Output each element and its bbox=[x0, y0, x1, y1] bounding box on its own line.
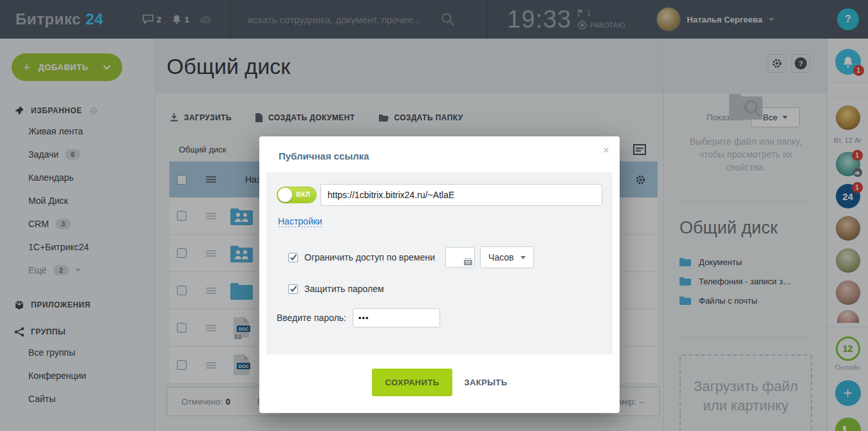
password-label: Введите пароль: bbox=[277, 313, 346, 323]
chevron-down-icon bbox=[521, 256, 526, 259]
public-link-modal: Публичная ссылка × ВКЛ Настройки Огранич… bbox=[259, 136, 620, 413]
modal-title: Публичная ссылка bbox=[279, 151, 369, 161]
public-link-url-input[interactable] bbox=[320, 184, 602, 206]
limit-time-label: Ограничить доступ по времени bbox=[304, 252, 435, 262]
close-button[interactable]: ЗАКРЫТЬ bbox=[464, 378, 507, 387]
check-icon bbox=[290, 285, 297, 293]
time-unit-select[interactable]: Часов bbox=[480, 246, 534, 268]
close-icon[interactable]: × bbox=[603, 144, 609, 157]
link-enabled-toggle[interactable]: ВКЛ bbox=[277, 187, 317, 203]
limit-time-checkbox[interactable] bbox=[288, 253, 298, 262]
save-button[interactable]: СОХРАНИТЬ bbox=[372, 369, 453, 396]
time-value-input[interactable] bbox=[445, 247, 475, 268]
toggle-knob bbox=[278, 188, 292, 202]
protect-password-checkbox[interactable] bbox=[288, 284, 298, 294]
check-icon bbox=[290, 253, 297, 261]
password-input[interactable] bbox=[353, 308, 440, 327]
time-unit-value: Часов bbox=[488, 252, 514, 262]
toggle-label: ВКЛ bbox=[296, 191, 310, 198]
calendar-icon[interactable] bbox=[463, 257, 473, 266]
protect-password-label: Защитить паролем bbox=[304, 284, 384, 294]
settings-link[interactable]: Настройки bbox=[278, 216, 322, 227]
